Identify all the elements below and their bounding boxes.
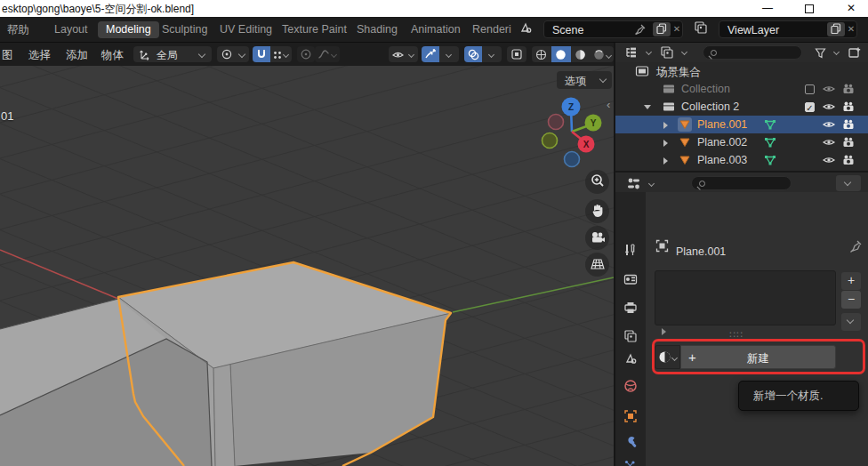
view-layer-field[interactable]: ViewLayer ✕ [719,20,857,38]
tab-object[interactable] [623,409,638,423]
camera-icon[interactable] [841,153,856,167]
outliner-header [615,43,868,62]
outliner-icon [624,45,639,60]
outliner-row-plane-002[interactable]: Plane.002 [615,133,868,151]
toggle-xray-button[interactable] [507,46,526,62]
tooltip: 新增一个材质. [738,381,859,411]
shading-solid-button[interactable] [551,46,571,62]
tab-scene[interactable] [623,351,638,366]
object-menu[interactable]: 物体 [101,48,124,63]
filter-dropdown[interactable] [813,44,840,60]
viewport-3d[interactable]: Z Y X 01 选项 ‹ [0,66,614,466]
select-menu[interactable]: 选择 [28,48,51,63]
outliner-search-input[interactable] [703,45,802,60]
snap-toggle[interactable] [253,46,270,62]
pin-icon[interactable] [633,23,647,39]
camera-view-button[interactable] [585,226,609,250]
eye-icon[interactable] [822,100,836,114]
expand-triangle-icon[interactable] [663,157,668,165]
outliner-row-collection[interactable]: Collection [615,80,868,98]
material-sphere-icon [575,49,586,63]
wireframe-sphere-icon [535,49,547,63]
proportional-falloff-dropdown[interactable] [315,46,340,62]
gizmos-dropdown[interactable] [439,46,459,62]
display-mode-dropdown[interactable] [658,44,688,60]
zoom-button[interactable] [585,170,609,194]
minimize-button[interactable]: — [752,0,783,17]
maximize-button[interactable] [794,0,824,17]
tab-tool[interactable] [623,243,638,257]
camera-icon[interactable] [841,100,856,114]
remove-slot-button[interactable]: − [841,291,861,309]
tab-modifiers[interactable] [623,434,638,448]
camera-icon[interactable] [841,82,856,96]
expand-triangle-icon[interactable] [663,140,668,147]
pivot-icon [221,48,233,63]
workspace-layout[interactable]: Layout [46,21,96,38]
snap-settings-dropdown[interactable] [270,46,292,62]
overlays-dropdown[interactable] [482,46,502,62]
shading-wireframe-button[interactable] [532,46,551,62]
add-slot-button[interactable]: + [841,272,861,290]
tab-render[interactable] [623,272,638,286]
collapse-triangle-icon[interactable] [644,105,651,109]
copy-icon[interactable] [827,22,845,36]
tab-particles[interactable] [623,459,638,466]
workspace-uv-editing[interactable]: UV Editing [212,21,280,38]
outliner-row-collection-2[interactable]: Collection 2 ✓ [615,98,868,116]
region-collapse-arrow[interactable]: ‹ [607,98,610,111]
transform-orientation-dropdown[interactable]: 全局 [133,46,212,62]
properties-options-dropdown[interactable] [836,175,861,191]
annotation-highlight-rect [652,339,865,374]
shading-rendered-button[interactable] [591,46,614,62]
workspace-animation[interactable]: Animation [403,21,469,38]
collection-checkbox[interactable]: ✓ [805,102,815,112]
eye-icon[interactable] [822,117,836,132]
scene-unlink-icon[interactable]: ✕ [671,22,683,36]
properties-search-input[interactable] [691,176,792,190]
outliner-row-scene-collection[interactable]: 场景集合 [615,62,868,80]
properties-editor-type-dropdown[interactable] [624,175,655,191]
slot-specials-dropdown[interactable] [841,313,861,331]
pin-icon[interactable] [848,239,863,253]
close-button[interactable]: ✕ [836,0,866,17]
eye-icon[interactable] [822,153,836,167]
tab-output[interactable] [623,301,638,315]
eye-icon[interactable] [822,135,836,149]
workspace-sculpting[interactable]: Sculpting [154,21,215,38]
window-title: esktop\gong\baoye\5-空间分割-ok.blend] [2,2,194,17]
proportional-editing-toggle[interactable] [297,46,315,62]
eye-icon[interactable] [822,82,836,96]
scene-field[interactable]: Scene ✕ [543,20,683,38]
show-overlays-toggle[interactable] [464,46,482,62]
camera-icon[interactable] [841,117,856,132]
collection-checkbox[interactable] [805,84,815,94]
shading-material-button[interactable] [571,46,591,62]
outliner-row-plane-001[interactable]: Plane.001 [615,116,868,133]
gizmo-z-label: Z [568,102,574,112]
editor-type-dropdown[interactable] [623,44,653,60]
camera-icon[interactable] [841,135,856,149]
add-menu[interactable]: 添加 [66,48,88,63]
workspace-rendering[interactable]: Renderi [464,21,519,38]
help-menu[interactable]: 帮助 [7,23,29,38]
object-types-visibility-dropdown[interactable] [389,46,418,62]
workspace-shading[interactable]: Shading [349,21,406,38]
grid-ortho-button[interactable] [585,253,609,277]
workspace-texture-paint[interactable]: Texture Paint [274,21,355,38]
copy-icon[interactable] [653,22,671,36]
view-menu[interactable]: 图 [2,48,13,63]
tab-world[interactable] [623,379,638,393]
pivot-point-dropdown[interactable] [217,46,249,62]
tab-view-layer[interactable] [623,329,638,343]
options-dropdown[interactable]: 选项 [557,71,612,89]
expand-triangle-icon[interactable] [663,122,668,129]
view-layer-remove-icon[interactable]: ✕ [845,22,857,36]
show-gizmos-toggle[interactable] [422,46,439,62]
material-slot-list[interactable] [655,270,836,325]
new-collection-button[interactable] [847,44,864,60]
expand-triangle-icon[interactable] [662,328,666,335]
outliner-row-plane-003[interactable]: Plane.003 [615,151,868,169]
workspace-modeling[interactable]: Modeling [98,21,159,38]
move-view-button[interactable] [585,199,609,223]
